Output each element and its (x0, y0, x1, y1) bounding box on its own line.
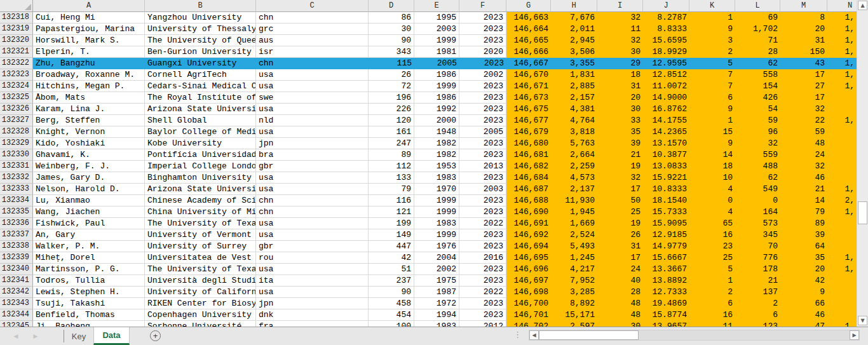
cell-E132329[interactable]: 1982 (414, 138, 459, 149)
cell-M132327[interactable]: 22 (780, 115, 827, 126)
cell-E132335[interactable]: 1999 (414, 206, 459, 218)
cell-B132335[interactable]: China University of Mi (145, 206, 256, 218)
cell-A132338[interactable]: Walker, P. M. (33, 241, 145, 252)
cell-D132340[interactable]: 51 (369, 264, 414, 275)
cell-I132339[interactable]: 17 (597, 252, 643, 264)
cell-G132344[interactable]: 146,701 (506, 309, 551, 321)
cell-J132320[interactable]: 15.6595 (643, 35, 689, 46)
cell-D132322[interactable]: 115 (369, 58, 414, 69)
cell-G132331[interactable]: 146,682 (506, 161, 551, 172)
cell-F132326[interactable]: 2023 (459, 104, 506, 115)
cell-J132319[interactable]: 8.8333 (643, 24, 689, 35)
cell-A132341[interactable]: Todros, Tullia (33, 275, 145, 287)
cell-M132339[interactable]: 35 (780, 252, 827, 264)
cell-N132329[interactable] (827, 138, 857, 149)
cell-A132333[interactable]: Nelson, Harold D. (33, 184, 145, 195)
cell-K132323[interactable]: 7 (689, 69, 735, 81)
cell-G132335[interactable]: 146,690 (506, 206, 551, 218)
row-header-132318[interactable]: 132318 (0, 12, 33, 24)
cell-K132320[interactable]: 3 (689, 35, 735, 46)
cell-I132337[interactable]: 26 (597, 229, 643, 241)
cell-L132325[interactable]: 426 (735, 92, 780, 104)
scroll-up-button[interactable]: ▲ (858, 1, 867, 10)
cell-C132336[interactable]: usa (256, 218, 369, 229)
cell-C132325[interactable]: swe (256, 92, 369, 104)
row-header-132321[interactable]: 132321 (0, 46, 33, 58)
column-header-B[interactable]: B (145, 0, 256, 12)
cell-M132342[interactable]: 9 (780, 287, 827, 298)
cell-M132335[interactable]: 79 (780, 206, 827, 218)
cell-L132328[interactable]: 96 (735, 126, 780, 138)
cell-J132334[interactable]: 18.1540 (643, 195, 689, 206)
scroll-left-button[interactable]: ◀ (529, 330, 539, 340)
cell-F132342[interactable]: 2022 (459, 287, 506, 298)
cell-C132338[interactable]: gbr (256, 241, 369, 252)
row-header-132343[interactable]: 132343 (0, 298, 33, 309)
cell-J132344[interactable]: 15.8774 (643, 309, 689, 321)
cell-A132335[interactable]: Wang, Jiachen (33, 206, 145, 218)
cell-G132341[interactable]: 146,697 (506, 275, 551, 287)
vertical-scrollbar[interactable]: ▲ ▼ (857, 0, 868, 327)
cell-H132334[interactable]: 11,930 (551, 195, 597, 206)
cell-G132336[interactable]: 146,691 (506, 218, 551, 229)
cell-D132332[interactable]: 133 (369, 172, 414, 184)
cell-I132328[interactable]: 35 (597, 126, 643, 138)
cell-G132337[interactable]: 146,692 (506, 229, 551, 241)
cell-A132327[interactable]: Berg, Steffen (33, 115, 145, 126)
cell-J132324[interactable]: 11.0072 (643, 81, 689, 92)
cell-E132339[interactable]: 2004 (414, 252, 459, 264)
cell-N132331[interactable] (827, 161, 857, 172)
cell-M132325[interactable]: 17 (780, 92, 827, 104)
row-header-132319[interactable]: 132319 (0, 24, 33, 35)
cell-L132342[interactable]: 137 (735, 287, 780, 298)
column-header-K[interactable]: K (689, 0, 735, 12)
cell-M132338[interactable]: 64 (780, 241, 827, 252)
cell-C132337[interactable]: usa (256, 229, 369, 241)
cell-F132318[interactable]: 2023 (459, 12, 506, 24)
row-header-132320[interactable]: 132320 (0, 35, 33, 46)
cell-G132342[interactable]: 146,698 (506, 287, 551, 298)
cell-H132322[interactable]: 3,355 (551, 58, 597, 69)
cell-I132320[interactable]: 32 (597, 35, 643, 46)
cell-I132333[interactable]: 17 (597, 184, 643, 195)
cell-M132333[interactable]: 21 (780, 184, 827, 195)
cell-I132344[interactable]: 48 (597, 309, 643, 321)
cell-J132327[interactable]: 14.1755 (643, 115, 689, 126)
cell-B132323[interactable]: Cornell AgriTech (145, 69, 256, 81)
cell-F132339[interactable]: 2016 (459, 252, 506, 264)
cell-J132338[interactable]: 14.9779 (643, 241, 689, 252)
cell-B132337[interactable]: University of Vermont (145, 229, 256, 241)
row-header-132335[interactable]: 132335 (0, 206, 33, 218)
cell-E132321[interactable]: 1981 (414, 46, 459, 58)
cell-J132342[interactable]: 12.7333 (643, 287, 689, 298)
cell-A132339[interactable]: Miheț, Dorel (33, 252, 145, 264)
cell-I132332[interactable]: 32 (597, 172, 643, 184)
cell-E132325[interactable]: 1986 (414, 92, 459, 104)
cell-F132330[interactable]: 2023 (459, 149, 506, 161)
cell-H132321[interactable]: 3,506 (551, 46, 597, 58)
cell-D132320[interactable]: 90 (369, 35, 414, 46)
cell-F132325[interactable]: 2023 (459, 92, 506, 104)
column-header-F[interactable]: F (459, 0, 506, 12)
cell-B132331[interactable]: Imperial College Londo (145, 161, 256, 172)
cell-G132319[interactable]: 146,664 (506, 24, 551, 35)
cell-B132322[interactable]: Guangxi University (145, 58, 256, 69)
cell-L132341[interactable]: 21 (735, 275, 780, 287)
cell-N132325[interactable] (827, 92, 857, 104)
cell-G132339[interactable]: 146,695 (506, 252, 551, 264)
cell-C132327[interactable]: nld (256, 115, 369, 126)
cell-L132320[interactable]: 71 (735, 35, 780, 46)
cell-B132326[interactable]: Arizona State Universi (145, 104, 256, 115)
cell-M132321[interactable]: 150 (780, 46, 827, 58)
cell-J132343[interactable]: 19.4869 (643, 298, 689, 309)
cell-A132322[interactable]: Zhu, Bangzhu (33, 58, 145, 69)
cell-I132335[interactable]: 25 (597, 206, 643, 218)
cell-M132341[interactable]: 42 (780, 275, 827, 287)
cell-K132328[interactable]: 15 (689, 126, 735, 138)
cell-L132322[interactable]: 62 (735, 58, 780, 69)
cell-C132331[interactable]: gbr (256, 161, 369, 172)
cell-J132321[interactable]: 18.9929 (643, 46, 689, 58)
cell-K132321[interactable]: 2 (689, 46, 735, 58)
cell-K132326[interactable]: 9 (689, 104, 735, 115)
cell-I132345[interactable]: 30 (597, 321, 643, 327)
